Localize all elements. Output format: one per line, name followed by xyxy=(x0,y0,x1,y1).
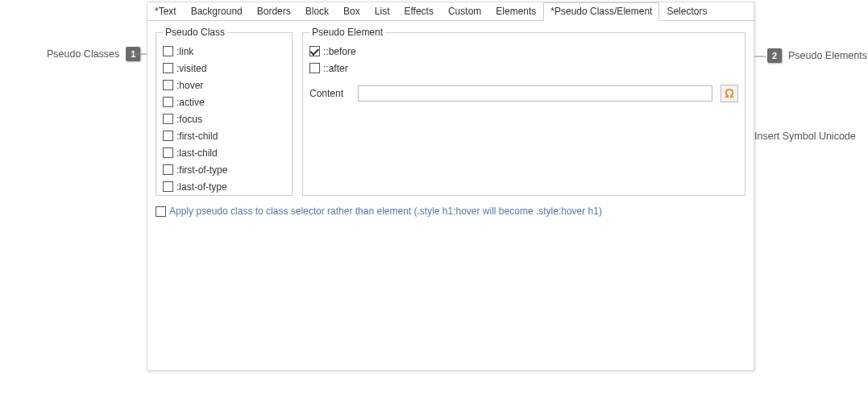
tab-pseudo-class-element[interactable]: *Pseudo Class/Element xyxy=(543,2,659,21)
checkbox-visited[interactable] xyxy=(163,63,173,73)
checkbox-last-of-type[interactable] xyxy=(163,181,173,192)
tab-background-label: Background xyxy=(191,6,243,17)
tab-background[interactable]: Background xyxy=(184,2,250,20)
content-field-row: Content xyxy=(309,85,738,102)
checkbox-active[interactable] xyxy=(163,97,173,107)
pseudo-element-group: Pseudo Element ::before ::after Content xyxy=(302,27,745,196)
tab-elements-label: Elements xyxy=(496,6,536,17)
checkbox-row-first-child: :first-child xyxy=(163,127,285,144)
apply-option-row: Apply pseudo class to class selector rat… xyxy=(156,206,602,217)
checkbox-link[interactable] xyxy=(163,46,173,56)
checkbox-last-child[interactable] xyxy=(163,147,173,158)
checkbox-link-label: :link xyxy=(177,46,193,57)
checkbox-row-after: ::after xyxy=(309,60,738,77)
checkbox-first-of-type[interactable] xyxy=(163,164,173,175)
checkbox-last-child-label: :last-child xyxy=(177,147,218,159)
checkbox-first-child-label: :first-child xyxy=(177,131,218,142)
checkbox-first-of-type-label: :first-of-type xyxy=(177,164,227,176)
tab-list[interactable]: List xyxy=(368,2,397,20)
checkbox-row-link: :link xyxy=(163,43,285,60)
checkbox-hover[interactable] xyxy=(163,80,173,90)
checkbox-first-child[interactable] xyxy=(163,131,173,141)
checkbox-row-before: ::before xyxy=(309,43,738,60)
checkbox-before[interactable] xyxy=(309,46,320,56)
omega-icon xyxy=(724,88,735,99)
tab-custom[interactable]: Custom xyxy=(441,2,488,20)
callout-1-badge: 1 xyxy=(126,47,140,61)
checkbox-row-last-child: :last-child xyxy=(163,144,285,161)
checkbox-row-focus: :focus xyxy=(163,110,285,127)
checkbox-after[interactable] xyxy=(309,63,320,73)
content-label: Content xyxy=(309,88,350,99)
checkbox-hover-label: :hover xyxy=(177,80,203,91)
tab-text-label: *Text xyxy=(155,6,177,17)
checkbox-row-hover: :hover xyxy=(163,77,285,93)
checkbox-last-of-type-label: :last-of-type xyxy=(177,181,227,193)
tab-selectors-label: Selectors xyxy=(667,6,707,17)
tab-borders[interactable]: Borders xyxy=(250,2,298,20)
css-editor-panel: *Text Background Borders Block Box List … xyxy=(147,2,754,371)
tab-block[interactable]: Block xyxy=(298,2,336,20)
callout-1-text: Pseudo Classes xyxy=(47,48,119,60)
tab-list-label: List xyxy=(375,6,390,17)
content-input[interactable] xyxy=(358,85,712,102)
callout-2: 2 Pseudo Elements xyxy=(767,48,867,63)
pseudo-element-legend: Pseudo Element xyxy=(309,27,385,38)
checkbox-after-label: ::after xyxy=(323,63,348,74)
callout-2-badge: 2 xyxy=(767,48,782,63)
tab-box-label: Box xyxy=(343,6,360,17)
checkbox-focus-label: :focus xyxy=(177,114,202,125)
tab-block-label: Block xyxy=(305,6,329,17)
tab-effects[interactable]: Effects xyxy=(397,2,440,20)
apply-option-label: Apply pseudo class to class selector rat… xyxy=(169,206,602,217)
callout-2-text: Pseudo Elements xyxy=(788,50,867,61)
tab-effects-label: Effects xyxy=(404,6,433,17)
tab-bar: *Text Background Borders Block Box List … xyxy=(147,2,754,21)
callout-1: Pseudo Classes 1 xyxy=(47,47,140,61)
checkbox-row-last-of-type: :last-of-type xyxy=(163,178,285,195)
tab-elements[interactable]: Elements xyxy=(488,2,543,20)
pseudo-class-legend: Pseudo Class xyxy=(163,27,227,38)
tab-pseudo-label: *Pseudo Class/Element xyxy=(550,6,652,17)
tab-text[interactable]: *Text xyxy=(147,2,184,20)
checkbox-focus[interactable] xyxy=(163,114,173,124)
checkbox-active-label: :active xyxy=(177,97,205,108)
checkbox-row-first-of-type: :first-of-type xyxy=(163,161,285,178)
checkbox-row-visited: :visited xyxy=(163,60,285,77)
checkbox-visited-label: :visited xyxy=(177,63,206,74)
tab-selectors[interactable]: Selectors xyxy=(659,2,714,20)
tab-box[interactable]: Box xyxy=(336,2,368,20)
pseudo-class-group: Pseudo Class :link :visited :hover :acti… xyxy=(156,27,293,196)
insert-symbol-button[interactable] xyxy=(721,85,738,102)
tab-borders-label: Borders xyxy=(257,6,291,17)
tab-custom-label: Custom xyxy=(448,6,481,17)
callout-3-text: Insert Symbol Unicode xyxy=(754,131,856,142)
checkbox-apply-to-class-selector[interactable] xyxy=(156,206,166,217)
checkbox-before-label: ::before xyxy=(323,46,356,57)
tab-content: Pseudo Class :link :visited :hover :acti… xyxy=(147,21,754,204)
checkbox-row-active: :active xyxy=(163,93,285,110)
